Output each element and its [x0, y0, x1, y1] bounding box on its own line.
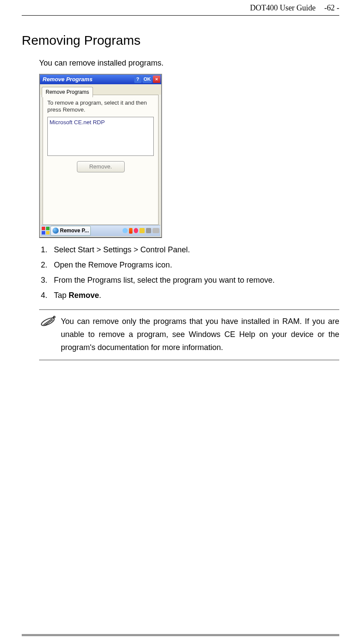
intro-text: You can remove installed programs. — [39, 57, 339, 69]
tray-icon[interactable] — [134, 228, 138, 233]
step-text: . — [99, 291, 101, 300]
tray-icon[interactable] — [139, 228, 145, 233]
screenshot-remove-programs: Remove Programs ? OK × Remove Programs T… — [39, 74, 162, 238]
dialog-panel: To remove a program, select it and then … — [43, 95, 159, 225]
step-item: From the Programs list, select the progr… — [50, 274, 339, 287]
taskbar-task-label: Remove P... — [60, 227, 89, 235]
tray-icon[interactable] — [129, 228, 132, 234]
ok-button[interactable]: OK — [142, 76, 152, 83]
window-titlebar: Remove Programs ? OK × — [40, 75, 161, 84]
page-number: -62 - — [325, 3, 340, 13]
steps-list: Select Start > Settings > Control Panel.… — [39, 244, 339, 302]
tray-icon[interactable] — [123, 228, 128, 233]
close-button[interactable]: × — [153, 76, 160, 83]
taskbar: Remove P... — [41, 225, 160, 236]
note-icon — [39, 315, 56, 328]
tab-remove-programs[interactable]: Remove Programs — [42, 87, 93, 98]
dialog-instruction: To remove a program, select it and then … — [47, 99, 154, 114]
svg-line-1 — [43, 319, 52, 325]
note-block: You can remove only the programs that yo… — [39, 309, 339, 360]
system-tray — [123, 228, 159, 234]
footer-rule — [22, 634, 339, 636]
step-text: Tap — [54, 291, 69, 300]
help-button[interactable]: ? — [134, 76, 142, 83]
globe-icon — [53, 228, 59, 234]
window-title: Remove Programs — [43, 75, 133, 84]
list-item[interactable]: Microsoft CE.net RDP — [50, 118, 152, 127]
taskbar-task[interactable]: Remove P... — [50, 226, 91, 236]
tab-strip: Remove Programs — [40, 84, 161, 95]
section-heading: Removing Programs — [22, 33, 339, 48]
step-item: Open the Remove Programs icon. — [50, 259, 339, 271]
tray-icon[interactable] — [146, 228, 151, 233]
note-text: You can remove only the programs that yo… — [61, 315, 339, 354]
remove-button[interactable]: Remove. — [77, 161, 125, 172]
program-listbox[interactable]: Microsoft CE.net RDP — [47, 117, 154, 156]
tray-icon[interactable] — [152, 228, 159, 233]
start-icon[interactable] — [42, 227, 50, 234]
page-header: DOT400 User Guide -62 - — [22, 0, 339, 16]
doc-title: DOT400 User Guide — [250, 3, 316, 13]
step-item: Select Start > Settings > Control Panel. — [50, 244, 339, 256]
step-bold: Remove — [69, 291, 99, 300]
step-item: Tap Remove. — [50, 290, 339, 302]
